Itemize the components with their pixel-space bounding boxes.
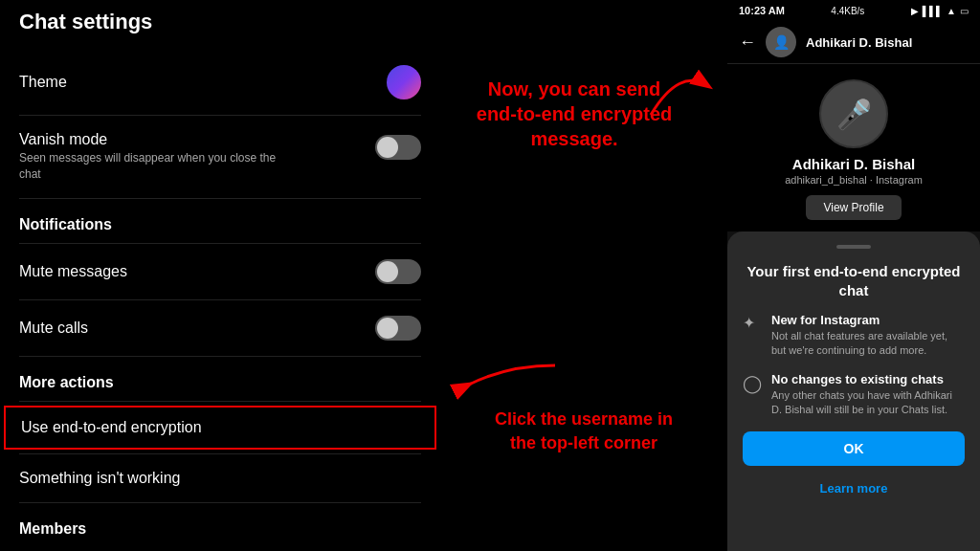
profile-section: 🎤 Adhikari D. Bishal adhikari_d_bishal ·… [727, 64, 980, 231]
mute-calls-toggle[interactable] [375, 316, 421, 341]
status-time: 10:23 AM [739, 5, 785, 16]
bluetooth-icon: ▶ [911, 6, 919, 16]
battery-icon: ▭ [960, 6, 969, 16]
sheet-item-nochg-title: No changes to existing chats [771, 372, 965, 386]
sheet-item-nochg: ◯ No changes to existing chats Any other… [743, 372, 965, 418]
avatar-emoji: 🎤 [836, 98, 872, 131]
sheet-handle [836, 245, 871, 249]
vanish-mode-label: Vanish mode [19, 131, 287, 148]
theme-item[interactable]: Theme [19, 54, 421, 111]
nav-username[interactable]: Adhikari D. Bishal [806, 35, 912, 50]
divider [19, 115, 421, 116]
sheet-title: Your first end-to-end encrypted chat [743, 262, 965, 299]
chat-settings-panel: Chat settings Theme Vanish mode Seen mes… [0, 0, 440, 551]
sheet-item-new-desc: Not all chat features are available yet,… [771, 329, 965, 359]
mute-messages-item[interactable]: Mute messages [19, 248, 421, 296]
annotation-panel: Now, you can send end-to-end encrypted m… [440, 0, 727, 551]
divider [19, 401, 421, 402]
divider [19, 453, 421, 454]
sheet-item-new: ✦ New for Instagram Not all chat feature… [743, 313, 965, 359]
sheet-item-new-title: New for Instagram [771, 313, 965, 327]
mute-messages-label: Mute messages [19, 263, 127, 280]
nav-bar: ← 👤 Adhikari D. Bishal [727, 21, 980, 64]
right-panel: 10:23 AM 4.4KB/s ▶ ▌▌▌ ▲ ▭ ← 👤 Adhikari … [727, 0, 980, 551]
bottom-annotation: Click the username in the top-left corne… [488, 408, 679, 455]
signal-icon: ▌▌▌ [923, 6, 943, 16]
divider [19, 356, 421, 357]
ok-button[interactable]: OK [743, 431, 965, 466]
e2e-label: Use end-to-end encryption [21, 419, 202, 436]
e2e-encryption-item[interactable]: Use end-to-end encryption [4, 406, 436, 450]
view-profile-button[interactable]: View Profile [806, 195, 901, 220]
bottom-sheet: Your first end-to-end encrypted chat ✦ N… [727, 231, 980, 551]
sparkle-icon: ✦ [743, 314, 762, 333]
members-header: Members [19, 507, 421, 543]
more-actions-header: More actions [19, 361, 421, 397]
profile-name: Adhikari D. Bishal [792, 156, 915, 172]
divider [19, 243, 421, 244]
nav-avatar: 👤 [766, 27, 796, 57]
chat-icon: ◯ [743, 373, 762, 392]
mute-messages-toggle[interactable] [375, 259, 421, 284]
status-data: 4.4KB/s [831, 6, 864, 16]
mute-calls-label: Mute calls [19, 320, 88, 337]
notifications-header: Notifications [19, 203, 421, 239]
something-wrong-label: Something isn't working [19, 470, 180, 487]
avatar-placeholder: 👤 [773, 34, 790, 50]
mute-calls-item[interactable]: Mute calls [19, 304, 421, 352]
learn-more-button[interactable]: Learn more [743, 475, 965, 501]
chat-settings-title: Chat settings [19, 10, 421, 34]
profile-handle: adhikari_d_bishal · Instagram [785, 174, 923, 186]
profile-avatar: 🎤 [819, 79, 888, 148]
something-wrong-item[interactable]: Something isn't working [19, 458, 421, 498]
status-icons: ▶ ▌▌▌ ▲ ▭ [911, 6, 969, 16]
status-bar: 10:23 AM 4.4KB/s ▶ ▌▌▌ ▲ ▭ [727, 0, 980, 21]
divider [19, 299, 421, 300]
divider [19, 502, 421, 503]
vanish-mode-item[interactable]: Vanish mode Seen messages will disappear… [19, 120, 421, 194]
theme-label: Theme [19, 74, 67, 91]
vanish-mode-toggle[interactable] [375, 135, 421, 160]
theme-circle[interactable] [387, 65, 421, 99]
divider [19, 198, 421, 199]
top-arrow-icon [641, 57, 718, 138]
vanish-mode-sublabel: Seen messages will disappear when you cl… [19, 150, 287, 183]
back-button[interactable]: ← [739, 33, 756, 53]
sheet-item-nochg-desc: Any other chats you have with Adhikari D… [771, 388, 965, 418]
wifi-icon: ▲ [947, 6, 956, 16]
